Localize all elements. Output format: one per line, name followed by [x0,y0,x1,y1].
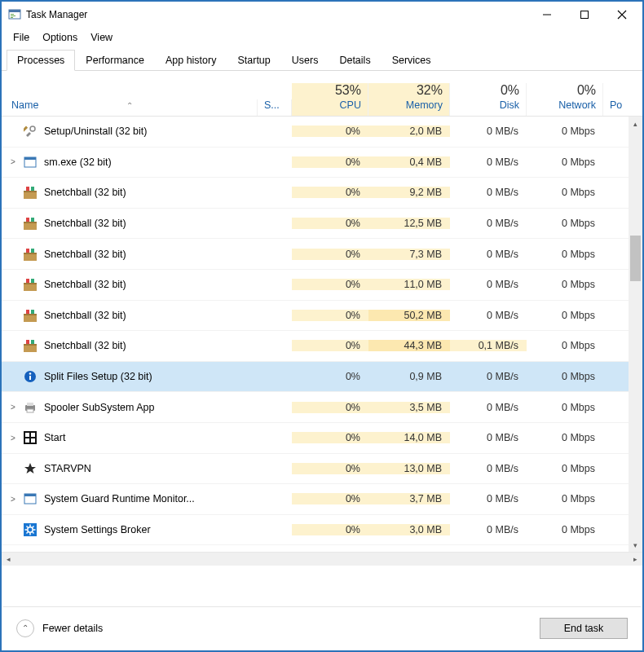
tab-startup[interactable]: Startup [227,50,280,71]
svg-rect-20 [24,222,37,223]
expand-icon[interactable]: > [7,434,20,443]
cell-memory: 11,0 MB [368,279,450,290]
expand-icon[interactable]: > [7,157,20,166]
tab-app-history[interactable]: App history [155,50,227,71]
expand-icon[interactable]: > [7,403,20,412]
table-row[interactable]: Snetchball (32 bit)0%44,3 MB0,1 MB/s0 Mb… [2,331,642,362]
expand-icon[interactable]: > [7,495,20,504]
col-disk[interactable]: 0% Disk [450,83,527,116]
process-name: System Guard Runtime Monitor... [44,493,195,504]
cell-network: 0 Mbps [527,126,603,137]
col-status[interactable]: S... [258,99,292,116]
tab-users[interactable]: Users [281,50,329,71]
table-row[interactable]: Snetchball (32 bit)0%7,3 MB0 MB/s0 Mbps [2,239,642,270]
process-icon [23,338,37,353]
table-row[interactable]: STARVPN0%13,0 MB0 MB/s0 Mbps [2,454,642,485]
cell-network: 0 Mbps [527,156,603,168]
sort-ascending-icon: ⌃ [126,101,133,110]
process-icon [23,461,37,476]
tabs: Processes Performance App history Startu… [2,49,642,71]
cell-network: 0 Mbps [527,402,603,413]
process-icon [23,185,37,200]
process-name: Snetchball (32 bit) [44,187,126,198]
table-row[interactable]: >Spooler SubSystem App0%3,5 MB0 MB/s0 Mb… [2,392,642,423]
cell-memory: 3,0 MB [368,524,450,535]
scroll-right-icon[interactable]: ▸ [629,553,642,566]
col-memory[interactable]: 32% Memory [368,83,450,116]
table-row[interactable]: Snetchball (32 bit)0%50,2 MB0 MB/s0 Mbps [2,301,642,332]
svg-rect-32 [24,314,37,315]
cell-cpu: 0% [292,371,368,382]
col-cpu[interactable]: 53% CPU [292,83,368,116]
table-row[interactable]: Snetchball (32 bit)0%12,5 MB0 MB/s0 Mbps [2,209,642,240]
process-icon [23,308,37,323]
tab-details[interactable]: Details [329,50,381,71]
menu-options[interactable]: Options [36,32,84,43]
col-name[interactable]: ⌃ Name [2,99,258,116]
tab-performance[interactable]: Performance [75,50,155,71]
cell-disk: 0 MB/s [450,493,527,504]
horizontal-scrollbar[interactable]: ◂ ▸ [2,552,642,566]
process-name: Split Files Setup (32 bit) [44,371,152,382]
menu-view[interactable]: View [84,32,119,43]
window-title: Task Manager [26,9,528,20]
svg-rect-47 [31,438,35,443]
svg-rect-6 [581,11,589,19]
table-row[interactable]: >System Guard Runtime Monitor...0%3,7 MB… [2,484,642,515]
table-row[interactable]: System Settings Broker0%3,0 MB0 MB/s0 Mb… [2,515,642,546]
end-task-button[interactable]: End task [540,618,628,639]
process-icon [23,369,37,384]
cell-network: 0 Mbps [527,218,603,229]
process-name: System Settings Broker [44,524,151,535]
cell-network: 0 Mbps [527,493,603,504]
cell-network: 0 Mbps [527,463,603,474]
col-power[interactable]: Po [603,99,628,116]
process-icon [23,247,37,262]
close-button[interactable] [603,2,641,27]
cell-cpu: 0% [292,279,368,290]
cell-memory: 0,4 MB [368,156,450,168]
cell-memory: 44,3 MB [368,340,450,351]
vertical-scrollbar[interactable]: ▴ ▾ [629,117,642,552]
table-row[interactable]: Setup/Uninstall (32 bit)0%2,0 MB0 MB/s0 … [2,117,642,148]
cell-cpu: 0% [292,156,368,168]
table-row[interactable]: Snetchball (32 bit)0%9,2 MB0 MB/s0 Mbps [2,178,642,209]
cell-network: 0 Mbps [527,249,603,260]
cell-cpu: 0% [292,249,368,260]
table-row[interactable]: Snetchball (32 bit)0%11,0 MB0 MB/s0 Mbps [2,270,642,301]
svg-rect-50 [24,494,36,496]
cell-network: 0 Mbps [527,524,603,535]
network-total: 0% [533,83,596,98]
table-row[interactable]: >sm.exe (32 bit)0%0,4 MB0 MB/s0 Mbps [2,148,642,178]
svg-marker-48 [24,463,36,474]
cell-disk: 0 MB/s [450,371,527,382]
table-row[interactable]: Split Files Setup (32 bit)0%0,9 MB0 MB/s… [2,362,642,393]
fewer-details-button[interactable]: ⌃ Fewer details [16,619,540,637]
cell-memory: 13,0 MB [368,463,450,474]
cell-memory: 12,5 MB [368,218,450,229]
titlebar: Task Manager [2,2,642,28]
app-icon [8,8,21,21]
scroll-up-icon[interactable]: ▴ [629,117,642,130]
menubar: File Options View [2,28,642,47]
process-name: STARVPN [44,463,91,474]
scroll-thumb[interactable] [630,236,641,281]
scroll-down-icon[interactable]: ▾ [629,538,642,552]
cell-memory: 2,0 MB [368,126,450,137]
process-name: Spooler SubSystem App [44,402,155,413]
cell-memory: 3,5 MB [368,402,450,413]
process-icon [23,430,37,445]
cell-disk: 0 MB/s [450,402,527,413]
scroll-left-icon[interactable]: ◂ [2,553,15,566]
tab-services[interactable]: Services [382,50,442,71]
svg-point-38 [29,372,32,375]
cell-cpu: 0% [292,402,368,413]
col-network[interactable]: 0% Network [527,83,603,116]
tab-processes[interactable]: Processes [7,50,75,71]
window-controls [528,2,641,27]
menu-file[interactable]: File [7,32,36,43]
minimize-button[interactable] [528,2,566,27]
maximize-button[interactable] [566,2,603,27]
cell-cpu: 0% [292,524,368,535]
table-row[interactable]: >Start0%14,0 MB0 MB/s0 Mbps [2,423,642,454]
